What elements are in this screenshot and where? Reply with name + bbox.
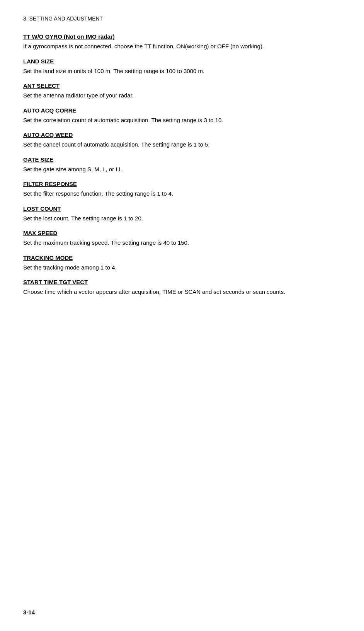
section-body-auto-acq-corre: Set the correlation count of automatic a… bbox=[23, 116, 341, 125]
section-auto-acq-corre: AUTO ACQ CORRESet the correlation count … bbox=[23, 107, 341, 125]
section-body-auto-acq-weed: Set the cancel count of automatic acquis… bbox=[23, 140, 341, 149]
page-footer: 3-14 bbox=[23, 609, 35, 616]
section-body-ant-select: Set the antenna radiator type of your ra… bbox=[23, 91, 341, 100]
section-auto-acq-weed: AUTO ACQ WEEDSet the cancel count of aut… bbox=[23, 131, 341, 149]
section-title-tracking-mode: TRACKING MODE bbox=[23, 254, 341, 261]
section-body-start-time-tgt-vect: Choose time which a vector appears after… bbox=[23, 288, 341, 297]
section-title-auto-acq-corre: AUTO ACQ CORRE bbox=[23, 107, 341, 114]
section-body-tracking-mode: Set the tracking mode among 1 to 4. bbox=[23, 263, 341, 272]
section-land-size: LAND SIZESet the land size in units of 1… bbox=[23, 58, 341, 76]
section-gate-size: GATE SIZESet the gate size among S, M, L… bbox=[23, 156, 341, 174]
section-title-max-speed: MAX SPEED bbox=[23, 230, 341, 236]
section-title-auto-acq-weed: AUTO ACQ WEED bbox=[23, 131, 341, 138]
section-title-ant-select: ANT SELECT bbox=[23, 82, 341, 89]
section-title-start-time-tgt-vect: START TIME TGT VECT bbox=[23, 279, 341, 285]
section-title-tt-wo-gyro: TT W/O GYRO (Not on IMO radar) bbox=[23, 33, 341, 40]
section-max-speed: MAX SPEEDSet the maximum tracking speed.… bbox=[23, 230, 341, 247]
section-lost-count: LOST COUNTSet the lost count. The settin… bbox=[23, 205, 341, 223]
section-body-tt-wo-gyro: If a gyrocompass is not connected, choos… bbox=[23, 42, 341, 51]
section-ant-select: ANT SELECTSet the antenna radiator type … bbox=[23, 82, 341, 100]
section-title-land-size: LAND SIZE bbox=[23, 58, 341, 65]
page-header: 3. SETTING AND ADJUSTMENT bbox=[23, 15, 341, 22]
section-body-max-speed: Set the maximum tracking speed. The sett… bbox=[23, 239, 341, 247]
section-title-filter-response: FILTER RESPONSE bbox=[23, 181, 341, 187]
section-tracking-mode: TRACKING MODESet the tracking mode among… bbox=[23, 254, 341, 272]
section-start-time-tgt-vect: START TIME TGT VECTChoose time which a v… bbox=[23, 279, 341, 297]
section-body-gate-size: Set the gate size among S, M, L, or LL. bbox=[23, 165, 341, 174]
section-tt-wo-gyro: TT W/O GYRO (Not on IMO radar)If a gyroc… bbox=[23, 33, 341, 51]
section-title-gate-size: GATE SIZE bbox=[23, 156, 341, 163]
section-title-lost-count: LOST COUNT bbox=[23, 205, 341, 212]
section-filter-response: FILTER RESPONSESet the filter response f… bbox=[23, 181, 341, 198]
section-body-land-size: Set the land size in units of 100 m. The… bbox=[23, 67, 341, 76]
sections-container: TT W/O GYRO (Not on IMO radar)If a gyroc… bbox=[23, 33, 341, 297]
section-body-lost-count: Set the lost count. The setting range is… bbox=[23, 214, 341, 223]
section-body-filter-response: Set the filter response function. The se… bbox=[23, 189, 341, 198]
